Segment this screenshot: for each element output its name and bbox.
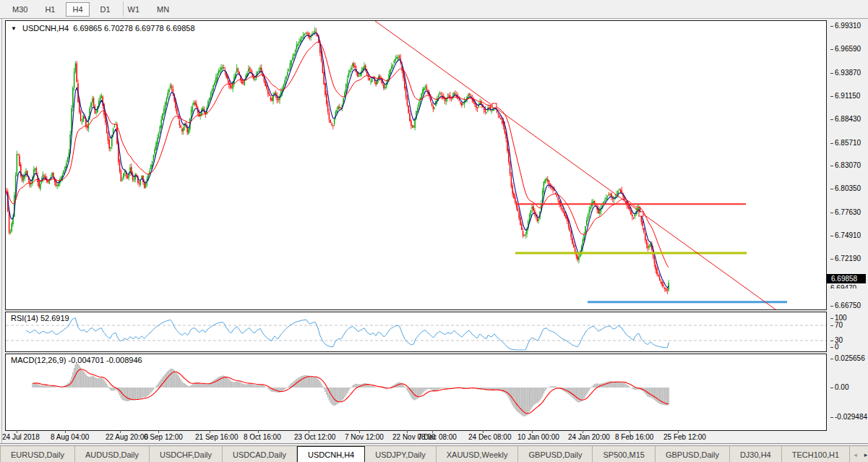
- date-label: 25 Feb 12:00: [663, 433, 706, 441]
- price-tick-label: 6.77630: [830, 208, 861, 216]
- rsi-tick-label: 70: [830, 321, 843, 329]
- symbol-tab-xauusd-weekly[interactable]: XAUUSD,Weekly: [437, 446, 519, 462]
- date-label: 8 Oct 16:00: [244, 433, 281, 441]
- chart-quote-ohlc: 6.69865 6.70278 6.69778 6.69858: [73, 24, 194, 33]
- rsi-chart-surface[interactable]: [6, 312, 826, 351]
- timeframe-button-w1[interactable]: W1: [121, 2, 147, 17]
- trendline-anchor-marker[interactable]: [639, 212, 643, 216]
- chart-dropdown-icon[interactable]: ▼: [11, 25, 17, 32]
- symbol-tab-eurusd-daily[interactable]: EURUSD,Daily: [0, 446, 75, 462]
- price-tick-label: 6.93870: [830, 69, 861, 77]
- macd-tick-label: -0.029484: [830, 413, 867, 421]
- tab-scroll-left-icon[interactable]: ◂: [850, 451, 861, 458]
- candlestick-chart-surface[interactable]: [6, 21, 826, 309]
- symbol-tab-usdcad-daily[interactable]: USDCAD,Daily: [223, 446, 297, 462]
- timeframe-button-d1[interactable]: D1: [94, 2, 117, 17]
- main-chart-panel[interactable]: ▼ USDCNH,H4 6.69865 6.70278 6.69778 6.69…: [5, 20, 827, 310]
- symbol-tab-usdjpy-daily[interactable]: USDJPY,Daily: [365, 446, 437, 462]
- price-tick-label: 6.99310: [830, 22, 861, 30]
- date-label: 7 Dec 08:00: [418, 433, 457, 441]
- rsi-line: [26, 318, 669, 350]
- date-label: 24 Jan 20:00: [568, 433, 610, 441]
- date-label: 22 Aug 20:00: [106, 433, 148, 441]
- price-axis[interactable]: 6.993106.965906.938706.911506.884306.857…: [828, 20, 868, 310]
- rsi-axis: 10070300: [828, 312, 868, 352]
- ma-fast-line: [7, 33, 669, 288]
- macd-tick-label: 0.025656: [830, 354, 865, 362]
- price-tick-label: 6.83070: [830, 161, 861, 169]
- timeframe-button-m30[interactable]: M30: [6, 2, 34, 17]
- timeframe-button-h1[interactable]: H1: [38, 2, 61, 17]
- timeframe-toolbar: M30H1H4D1W1MN: [0, 0, 868, 19]
- price-tick-label: 6.85710: [830, 139, 861, 147]
- macd-axis: 0.0256560.00-0.029484: [828, 354, 868, 431]
- timeframe-button-h4[interactable]: H4: [66, 2, 89, 17]
- symbol-tab-usdchf-daily[interactable]: USDCHF,Daily: [150, 446, 223, 462]
- date-label: 6 Sep 12:00: [144, 433, 183, 441]
- price-tick-label: 6.74910: [830, 231, 861, 239]
- date-label: 8 Aug 04:00: [51, 433, 89, 441]
- symbol-tab-usdcnh-h4[interactable]: USDCNH,H4: [297, 446, 365, 462]
- rsi-label: RSI(14) 52.6919: [11, 314, 69, 322]
- macd-chart-surface[interactable]: [6, 354, 826, 430]
- price-tick-label: 6.72190: [830, 254, 861, 262]
- symbol-tab-tech100-h1[interactable]: TECH100,H1: [782, 446, 850, 462]
- ma-slow-line: [7, 42, 669, 268]
- date-axis[interactable]: 24 Jul 20188 Aug 04:0022 Aug 20:006 Sep …: [0, 431, 868, 444]
- price-tick-label: 6.66750: [830, 301, 861, 309]
- hidden-price-label: 6.69470: [830, 284, 856, 288]
- macd-panel[interactable]: MACD(12,26,9) -0.004701 -0.008946: [5, 354, 827, 431]
- date-label: 24 Dec 08:00: [468, 433, 512, 441]
- price-tick-label: 6.96590: [830, 45, 861, 53]
- rsi-panel[interactable]: RSI(14) 52.6919: [5, 312, 827, 352]
- chart-title: ▼ USDCNH,H4 6.69865 6.70278 6.69778 6.69…: [11, 24, 195, 33]
- date-label: 23 Oct 12:00: [294, 433, 335, 441]
- window-left-edge: [1, 19, 2, 443]
- macd-histogram: [33, 363, 669, 416]
- price-tick-label: 6.88430: [830, 115, 861, 123]
- date-label: 21 Sep 16:00: [195, 433, 239, 441]
- date-label: 7 Nov 12:00: [345, 433, 384, 441]
- date-label: 8 Feb 16:00: [615, 433, 653, 441]
- macd-tick-label: 0.00: [830, 383, 848, 391]
- current-price-box: 6.69858: [827, 274, 866, 283]
- timeframe-button-mn[interactable]: MN: [150, 2, 176, 17]
- rsi-tick-label: 0: [830, 343, 839, 351]
- status-separator: [0, 443, 868, 444]
- symbol-tab-audusd-daily[interactable]: AUDUSD,Daily: [75, 446, 150, 462]
- symbol-tab-sp500-m15[interactable]: SP500,M15: [593, 446, 655, 462]
- toolbar-divider: [123, 1, 124, 17]
- symbol-tab-gbpusd-daily[interactable]: GBPUSD,Daily: [656, 446, 730, 462]
- trendline-anchor-marker[interactable]: [492, 103, 497, 108]
- symbol-tabs: EURUSD,DailyAUDUSD,DailyUSDCHF,DailyUSDC…: [0, 446, 850, 462]
- application-window: M30H1H4D1W1MN ▼ USDCNH,H4 6.69865 6.7027…: [0, 0, 868, 462]
- macd-label: MACD(12,26,9) -0.004701 -0.008946: [11, 356, 142, 364]
- price-tick-label: 6.80350: [830, 184, 861, 192]
- chart-symbol-label: USDCNH,H4: [22, 24, 69, 33]
- down-candle-wicks: [7, 28, 667, 294]
- timeframe-buttons: M30H1H4D1W1MN: [6, 2, 180, 17]
- up-candle-bodies: [10, 30, 669, 291]
- symbol-tab-gbpusd-daily[interactable]: GBPUSD,Daily: [518, 446, 593, 462]
- tab-scroll-right-icon[interactable]: ▸: [861, 451, 868, 458]
- descending-trendline[interactable]: [375, 21, 775, 309]
- symbol-tab-bar: EURUSD,DailyAUDUSD,DailyUSDCHF,DailyUSDC…: [0, 445, 868, 462]
- date-label: 24 Jul 2018: [2, 433, 40, 441]
- date-label: 10 Jan 00:00: [517, 433, 559, 441]
- price-tick-label: 6.91150: [830, 92, 860, 100]
- tab-scroll-buttons: ◂ ▸: [850, 446, 868, 462]
- symbol-tab-dj30-h4[interactable]: DJ30,H4: [730, 446, 782, 462]
